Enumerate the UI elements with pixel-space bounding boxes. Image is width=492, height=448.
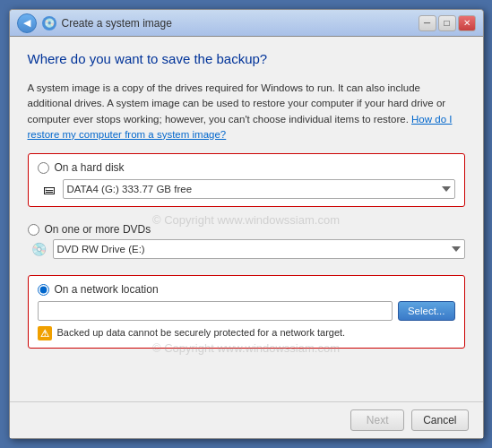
description-text: A system image is a copy of the drives r…: [28, 81, 465, 142]
network-path-input[interactable]: [38, 301, 393, 321]
maximize-button[interactable]: □: [438, 15, 456, 31]
close-button[interactable]: ✕: [458, 15, 476, 31]
network-radio[interactable]: [38, 284, 49, 296]
dvd-icon: 💿: [31, 243, 47, 255]
hard-disk-dropdown-row: 🖴 DATA4 (G:) 333.77 GB free: [38, 179, 455, 199]
network-option-box: On a network location Select... ⚠ Backed…: [28, 275, 465, 349]
window-controls: ─ □ ✕: [419, 15, 476, 31]
network-input-row: Select...: [38, 301, 455, 321]
hard-disk-label: On a hard disk: [55, 161, 125, 174]
back-button[interactable]: ◀: [17, 13, 37, 33]
hard-disk-dropdown[interactable]: DATA4 (G:) 333.77 GB free: [63, 179, 455, 199]
window-title: Create a system image: [62, 17, 413, 30]
network-label: On a network location: [55, 283, 159, 296]
dvd-option-area: On one or more DVDs 💿 DVD RW Drive (E:): [28, 218, 465, 264]
cancel-button[interactable]: Cancel: [411, 409, 468, 431]
dvd-dropdown-row: 💿 DVD RW Drive (E:): [28, 239, 465, 259]
warning-row: ⚠ Backed up data cannot be securely prot…: [38, 326, 455, 340]
next-button[interactable]: Next: [350, 409, 404, 431]
dvd-radio[interactable]: [28, 224, 39, 236]
dvd-radio-row: On one or more DVDs: [28, 223, 465, 236]
hard-disk-radio-row: On a hard disk: [38, 161, 455, 174]
warning-icon: ⚠: [38, 326, 52, 340]
footer: Next Cancel: [10, 401, 483, 438]
hard-disk-option-box: On a hard disk 🖴 DATA4 (G:) 333.77 GB fr…: [28, 153, 465, 207]
hard-disk-icon: 🖴: [41, 183, 57, 195]
description-body: A system image is a copy of the drives r…: [28, 82, 446, 125]
page-title: Where do you want to save the backup?: [28, 51, 465, 66]
dvd-dropdown[interactable]: DVD RW Drive (E:): [53, 239, 465, 259]
dvd-label: On one or more DVDs: [45, 223, 151, 236]
hard-disk-radio[interactable]: [38, 162, 49, 174]
warning-text: Backed up data cannot be securely protec…: [57, 326, 346, 340]
network-radio-row: On a network location: [38, 283, 455, 296]
create-system-image-window: ◀ 💿 Create a system image ─ □ ✕ Where do…: [9, 9, 484, 439]
window-icon: 💿: [42, 16, 56, 30]
select-button[interactable]: Select...: [398, 301, 455, 321]
title-bar: ◀ 💿 Create a system image ─ □ ✕: [10, 10, 483, 37]
minimize-button[interactable]: ─: [419, 15, 436, 31]
content-area: Where do you want to save the backup? A …: [10, 37, 483, 401]
